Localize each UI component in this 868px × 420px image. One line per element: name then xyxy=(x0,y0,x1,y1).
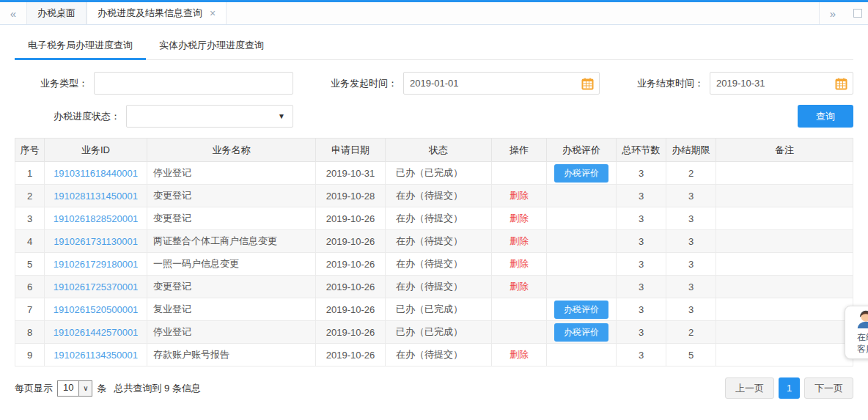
next-page-button[interactable]: 下一页 xyxy=(804,377,853,399)
tab-hall-progress[interactable]: 实体办税厅办理进度查询 xyxy=(146,34,277,59)
row-status: 已办（已完成） xyxy=(386,162,492,185)
online-service-widget[interactable]: 在线 客服 xyxy=(845,306,868,359)
business-id-link[interactable]: 1910261731130001 xyxy=(54,236,138,247)
business-id-link[interactable]: 1910261442570001 xyxy=(54,327,139,338)
business-id-link[interactable]: 1910261828520001 xyxy=(54,213,139,224)
window-tab-desktop[interactable]: 办税桌面 xyxy=(26,2,87,24)
table-row: 3 1910261828520001 变更登记 2019-10-26 在办（待提… xyxy=(15,207,853,230)
row-business-name: 变更登记 xyxy=(147,276,316,298)
business-id-link[interactable]: 1910261520500001 xyxy=(54,304,139,315)
row-remark xyxy=(716,276,853,298)
row-total-steps[interactable]: 3 xyxy=(617,230,666,253)
row-seq: 3 xyxy=(15,207,45,230)
table-row: 2 1910281131450001 变更登记 2019-10-28 在办（待提… xyxy=(15,185,853,207)
row-evaluate-cell xyxy=(547,230,617,253)
row-total-steps[interactable]: 3 xyxy=(617,321,666,344)
start-time-input[interactable]: 2019-01-01 xyxy=(403,72,600,95)
select-caret-icon: ∨ xyxy=(78,381,92,396)
row-evaluate-cell xyxy=(547,207,617,230)
row-business-name: 变更登记 xyxy=(147,207,316,230)
table-row: 5 1910261729180001 一照一码户信息变更 2019-10-26 … xyxy=(15,253,853,276)
row-total-steps[interactable]: 3 xyxy=(617,344,666,366)
row-evaluate-cell: 办税评价 xyxy=(547,298,617,321)
row-status: 在办（待提交） xyxy=(386,185,492,207)
row-deadline: 3 xyxy=(666,276,716,298)
progress-status-select[interactable]: ▼ xyxy=(126,105,293,128)
row-total-steps[interactable]: 3 xyxy=(617,298,666,321)
evaluate-button[interactable]: 办税评价 xyxy=(554,164,608,183)
progress-status-label: 办税进度状态： xyxy=(15,110,126,123)
row-deadline: 2 xyxy=(666,321,716,344)
current-page-button[interactable]: 1 xyxy=(779,377,800,399)
row-business-name: 停业登记 xyxy=(147,321,316,344)
row-remark xyxy=(716,185,853,207)
per-page-select[interactable]: 10 ∨ xyxy=(57,380,92,397)
window-tab-label: 办税进度及结果信息查询 xyxy=(98,7,202,20)
row-business-id: 1910281131450001 xyxy=(45,185,147,207)
delete-link[interactable]: 删除 xyxy=(510,190,529,201)
row-apply-date: 2019-10-26 xyxy=(316,276,386,298)
row-total-steps[interactable]: 3 xyxy=(617,253,666,276)
evaluate-button[interactable]: 办税评价 xyxy=(554,301,608,319)
row-business-id: 1910311618440001 xyxy=(45,162,147,185)
window-tab-label: 办税桌面 xyxy=(37,7,76,20)
business-id-link[interactable]: 1910261134350001 xyxy=(54,350,138,361)
table-row: 9 1910261134350001 存款账户账号报告 2019-10-26 在… xyxy=(15,344,853,366)
evaluate-button[interactable]: 办税评价 xyxy=(554,323,608,342)
delete-link[interactable]: 删除 xyxy=(510,349,529,360)
delete-link[interactable]: 删除 xyxy=(510,281,529,292)
filter-panel: 业务类型： 业务发起时间： 2019-01-01 业务结束时间： 2019-10… xyxy=(0,60,868,128)
delete-link[interactable]: 删除 xyxy=(510,235,529,246)
col-header-business-id: 业务ID xyxy=(45,139,147,162)
table-row: 4 1910261731130001 两证整合个体工商户信息变更 2019-10… xyxy=(15,230,853,253)
row-total-steps[interactable]: 3 xyxy=(617,185,666,207)
row-business-id: 1910261729180001 xyxy=(45,253,147,276)
business-id-link[interactable]: 1910281131450001 xyxy=(54,191,138,202)
business-id-link[interactable]: 1910261729180001 xyxy=(54,259,139,270)
collapse-left-icon[interactable]: « xyxy=(0,2,26,24)
row-total-steps[interactable]: 3 xyxy=(617,276,666,298)
row-status: 已办（已完成） xyxy=(386,321,492,344)
row-deadline: 5 xyxy=(666,344,716,366)
query-button[interactable]: 查询 xyxy=(798,105,853,128)
row-apply-date: 2019-10-26 xyxy=(316,253,386,276)
delete-link[interactable]: 删除 xyxy=(510,213,529,224)
row-seq: 9 xyxy=(15,344,45,366)
business-type-input[interactable] xyxy=(94,72,293,95)
end-time-label: 业务结束时间： xyxy=(600,77,710,90)
table-row: 6 1910261725370001 变更登记 2019-10-26 在办（待提… xyxy=(15,276,853,298)
table-header-row: 序号 业务ID 业务名称 申请日期 状态 操作 办税评价 总环节数 办结期限 备… xyxy=(15,139,853,162)
calendar-icon[interactable] xyxy=(835,78,847,92)
row-apply-date: 2019-10-26 xyxy=(316,207,386,230)
business-id-link[interactable]: 1910311618440001 xyxy=(54,168,138,179)
filter-row-1: 业务类型： 业务发起时间： 2019-01-01 业务结束时间： 2019-10… xyxy=(15,72,853,95)
delete-link[interactable]: 删除 xyxy=(510,258,529,269)
expand-right-icon[interactable]: » xyxy=(825,7,840,20)
row-business-name: 停业登记 xyxy=(147,162,316,185)
col-header-deadline: 办结期限 xyxy=(666,139,716,162)
row-action-cell xyxy=(492,162,547,185)
business-id-link[interactable]: 1910261725370001 xyxy=(54,281,139,292)
row-total-steps[interactable]: 3 xyxy=(617,207,666,230)
row-remark xyxy=(716,162,853,185)
row-seq: 7 xyxy=(15,298,45,321)
prev-page-button[interactable]: 上一页 xyxy=(725,377,774,399)
end-time-input[interactable]: 2019-10-31 xyxy=(710,72,853,95)
row-total-steps[interactable]: 3 xyxy=(617,162,666,185)
table-row: 7 1910261520500001 复业登记 2019-10-26 已办（已完… xyxy=(15,298,853,321)
row-action-cell: 删除 xyxy=(492,344,547,366)
row-business-name: 存款账户账号报告 xyxy=(147,344,316,366)
row-seq: 4 xyxy=(15,230,45,253)
window-tab-progress-query[interactable]: 办税进度及结果信息查询 × xyxy=(87,2,227,24)
col-header-action: 操作 xyxy=(492,139,547,162)
row-remark xyxy=(716,230,853,253)
row-remark xyxy=(716,298,853,321)
tab-etax-progress[interactable]: 电子税务局办理进度查询 xyxy=(15,34,146,59)
row-seq: 1 xyxy=(15,162,45,185)
close-tab-icon[interactable]: × xyxy=(210,8,216,18)
customer-service-avatar xyxy=(855,320,868,331)
maximize-icon[interactable] xyxy=(853,9,862,18)
row-action-cell xyxy=(492,321,547,344)
calendar-icon[interactable] xyxy=(581,78,594,92)
query-subtabs: 电子税务局办理进度查询 实体办税厅办理进度查询 xyxy=(15,34,853,60)
